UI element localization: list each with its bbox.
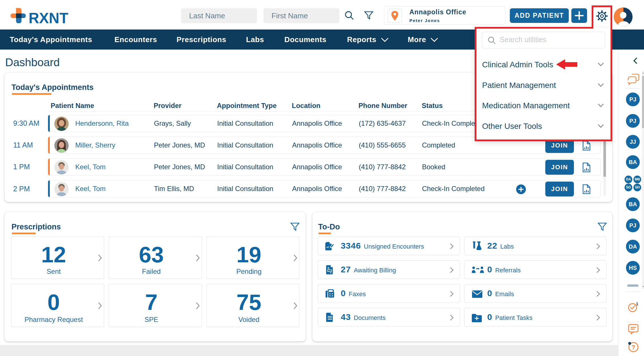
- svg-text:1: 1: [636, 302, 638, 306]
- svg-text:?: ?: [631, 344, 635, 351]
